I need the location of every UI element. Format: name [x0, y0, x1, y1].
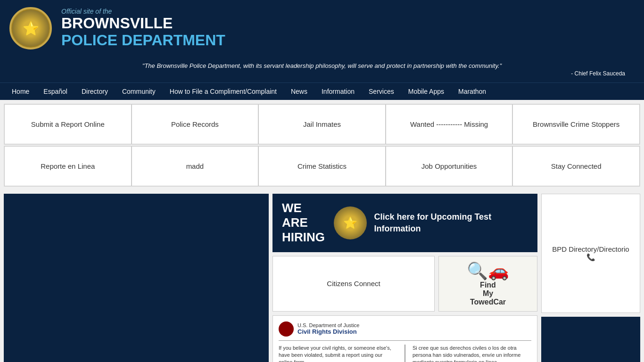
- doj-badge-icon: [279, 321, 294, 337]
- nav-directory[interactable]: Directory: [74, 83, 115, 100]
- civil-rights-text-es: Si cree que sus derechos civiles o los d…: [413, 345, 531, 362]
- quote-bar: "The Brownsville Police Department, with…: [0, 57, 644, 82]
- find-towed-car[interactable]: 🔍🚗 Find My TowedCar: [438, 256, 537, 312]
- find-towed-icon: 🔍🚗: [467, 261, 509, 281]
- logo-badge: ⭐: [11, 9, 50, 48]
- department-name: BROWNSVILLE: [61, 15, 225, 32]
- doj-dept: U.S. Department of Justice: [297, 322, 359, 328]
- site-header: ⭐ Official site of the BROWNSVILLE POLIC…: [0, 0, 644, 57]
- tiles-section: Submit a Report Online Police Records Ja…: [0, 100, 644, 191]
- civil-rights-divider: [405, 345, 405, 362]
- bottom-widgets-row: Citizens Connect 🔍🚗 Find My TowedCar: [272, 256, 537, 312]
- tile-reporte[interactable]: Reporte en Linea: [4, 146, 132, 186]
- tile-crime-stoppers[interactable]: Brownsville Crime Stoppers: [512, 104, 640, 144]
- tiles-row-2: Reporte en Linea madd Crime Statistics J…: [4, 146, 640, 187]
- hiring-banner[interactable]: WE ARE HIRING ⭐ Click here for Upcoming …: [272, 194, 537, 252]
- hiring-line2: HIRING: [282, 230, 325, 245]
- hiring-badge-icon: ⭐: [334, 206, 367, 239]
- citizens-connect-tile[interactable]: Citizens Connect: [272, 256, 435, 312]
- nav-home[interactable]: Home: [5, 83, 36, 100]
- tile-police-records[interactable]: Police Records: [132, 104, 259, 144]
- hiring-click-text: Click here for Upcoming Test Information: [374, 211, 528, 235]
- nav-news[interactable]: News: [284, 83, 314, 100]
- tile-madd[interactable]: madd: [132, 146, 259, 186]
- civil-rights-banner: U.S. Department of Justice Civil Rights …: [272, 315, 537, 362]
- nav-compliment[interactable]: How to File a Compliment/Complaint: [163, 83, 284, 100]
- civil-rights-body: If you believe your civil rights, or som…: [279, 341, 531, 362]
- main-nav: Home Español Directory Community How to …: [0, 82, 644, 100]
- official-tagline: Official site of the: [61, 8, 225, 15]
- left-sidebar: [4, 194, 269, 362]
- right-sidebar: [541, 317, 640, 362]
- nav-information[interactable]: Information: [314, 83, 362, 100]
- bpd-directory-tile[interactable]: BPD Directory/Directorio 📞: [541, 194, 640, 313]
- tile-wanted-missing[interactable]: Wanted ----------- Missing: [386, 104, 513, 144]
- nav-mobile-apps[interactable]: Mobile Apps: [401, 83, 451, 100]
- find-towed-text: Find My TowedCar: [467, 281, 509, 306]
- civil-rights-header: U.S. Department of Justice Civil Rights …: [279, 321, 531, 341]
- doj-division: Civil Rights Division: [297, 328, 359, 335]
- tile-job-opportunities[interactable]: Job Opportunities: [386, 146, 513, 186]
- hiring-line1: WE ARE: [282, 201, 327, 230]
- nav-marathon[interactable]: Marathon: [451, 83, 493, 100]
- quote-text: "The Brownsville Police Department, with…: [19, 62, 625, 69]
- department-subtitle: POLICE DEPARTMENT: [61, 32, 225, 49]
- nav-community[interactable]: Community: [115, 83, 163, 100]
- quote-author: - Chief Felix Sauceda: [19, 70, 625, 77]
- tiles-row-1: Submit a Report Online Police Records Ja…: [4, 104, 640, 145]
- nav-espanol[interactable]: Español: [36, 83, 74, 100]
- tile-crime-statistics[interactable]: Crime Statistics: [258, 146, 386, 186]
- civil-rights-text-en: If you believe your civil rights, or som…: [279, 345, 397, 362]
- header-text: Official site of the BROWNSVILLE POLICE …: [61, 8, 225, 49]
- nav-services[interactable]: Services: [362, 83, 401, 100]
- tile-jail-inmates[interactable]: Jail Inmates: [258, 104, 386, 144]
- tile-stay-connected[interactable]: Stay Connected: [512, 146, 640, 186]
- tile-submit-report[interactable]: Submit a Report Online: [4, 104, 132, 144]
- logo: ⭐: [9, 7, 52, 49]
- center-column: WE ARE HIRING ⭐ Click here for Upcoming …: [272, 194, 537, 362]
